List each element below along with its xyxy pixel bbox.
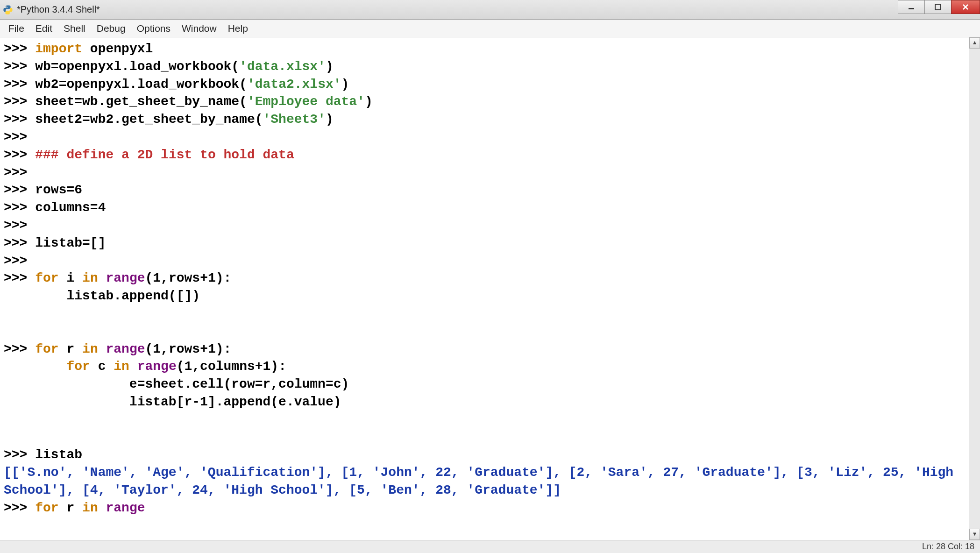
svg-rect-0 <box>909 8 914 9</box>
menu-options[interactable]: Options <box>131 21 176 36</box>
window-title: *Python 3.4.4 Shell* <box>17 4 100 15</box>
menu-window[interactable]: Window <box>176 21 222 36</box>
shell-text-area[interactable]: >>> import openpyxl >>> wb=openpyxl.load… <box>0 37 969 540</box>
shell-output: [['S.no', 'Name', 'Age', 'Qualification'… <box>4 465 961 497</box>
title-bar: *Python 3.4.4 Shell* <box>0 0 980 20</box>
menu-file[interactable]: File <box>3 21 30 36</box>
menu-edit[interactable]: Edit <box>30 21 58 36</box>
python-icon <box>2 4 14 16</box>
cursor-position: Ln: 28 Col: 18 <box>922 542 974 552</box>
status-bar: Ln: 28 Col: 18 <box>0 540 980 553</box>
scroll-up-button[interactable]: ▲ <box>969 37 980 49</box>
menu-debug[interactable]: Debug <box>91 21 131 36</box>
scroll-down-button[interactable]: ▼ <box>969 529 980 540</box>
maximize-button[interactable] <box>924 0 952 14</box>
menu-bar: File Edit Shell Debug Options Window Hel… <box>0 20 980 37</box>
menu-shell[interactable]: Shell <box>58 21 91 36</box>
minimize-button[interactable] <box>898 0 925 14</box>
menu-help[interactable]: Help <box>222 21 254 36</box>
vertical-scrollbar[interactable]: ▲ ▼ <box>969 37 980 540</box>
close-button[interactable] <box>951 0 980 14</box>
window-buttons <box>898 0 980 15</box>
svg-rect-1 <box>935 4 941 10</box>
scroll-track[interactable] <box>969 49 980 529</box>
